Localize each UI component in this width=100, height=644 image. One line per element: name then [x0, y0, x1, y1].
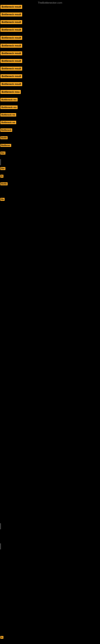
bottleneck-badge-16: Bottleneck [0, 128, 12, 132]
vertical-line-2 [0, 544, 1, 550]
bottleneck-badge-7: Bottleneck result [0, 59, 22, 63]
bottleneck-badge-1: Bottleneck result [0, 12, 22, 16]
bottleneck-badge-3: Bottleneck result [0, 28, 22, 32]
vertical-line-0 [0, 159, 1, 165]
bottleneck-badge-23: Bo [0, 198, 4, 201]
bottleneck-badge-12: Bottleneck res [0, 98, 18, 102]
bottleneck-badge-15: Bottleneck res [0, 121, 16, 124]
bottleneck-badge-10: Bottleneck result [0, 82, 22, 86]
bottleneck-badge-22: Bottle [0, 182, 8, 185]
bottleneck-badge-20: Bot [0, 167, 5, 170]
vertical-line-1 [0, 523, 1, 529]
bottleneck-badge-14: Bottleneck res [0, 113, 16, 116]
bottleneck-badge-5: Bottleneck result [0, 44, 22, 48]
bottleneck-badge-8: Bottleneck result [0, 66, 22, 71]
bottleneck-badge-17: Bottle [0, 136, 8, 139]
bottleneck-badge-11: Bottleneck resu [0, 90, 21, 94]
bottleneck-badge-13: Bottleneck res [0, 106, 18, 109]
bottleneck-badge-4: Bottleneck result [0, 36, 22, 40]
bottleneck-badge-0: Bottleneck result [0, 5, 22, 9]
small-badge-0: B [0, 636, 3, 639]
bottleneck-badge-2: Bottleneck result [0, 20, 22, 24]
bottleneck-badge-19: Bot [0, 152, 5, 154]
bottleneck-badge-18: Bottlenec [0, 144, 11, 147]
site-title: TheBottlenecker.com [0, 1, 100, 4]
bottleneck-badge-21: B [0, 175, 3, 178]
bottleneck-badge-6: Bottleneck result [0, 51, 22, 55]
bottleneck-badge-9: Bottleneck result [0, 74, 22, 78]
